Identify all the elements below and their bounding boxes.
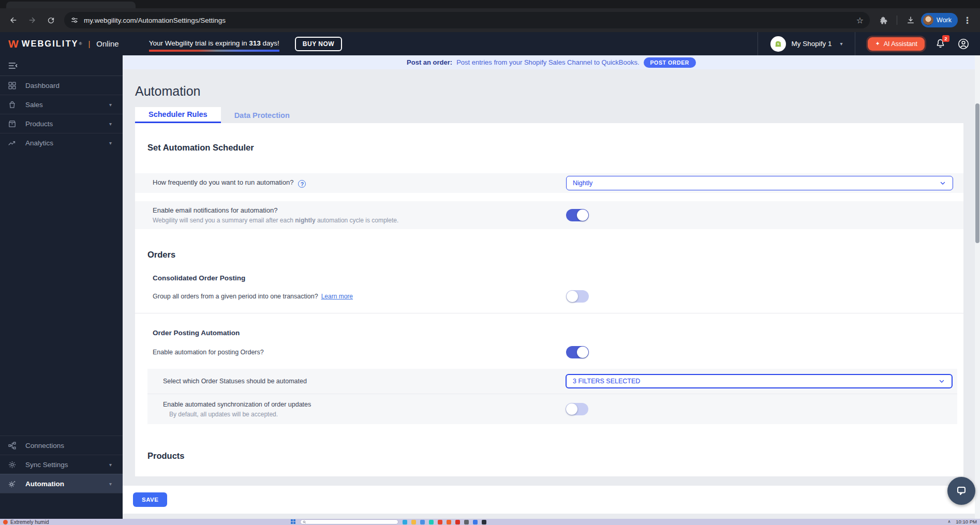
taskbar-app-icon[interactable]: [482, 520, 486, 524]
save-button[interactable]: SAVE: [133, 492, 167, 507]
sidebar-item-label: Dashboard: [25, 82, 60, 89]
sidebar-item-sales[interactable]: Sales ▾: [0, 95, 123, 114]
taskbar-app-icon[interactable]: [464, 520, 469, 524]
ai-assistant-button[interactable]: ✦ AI Assistant: [868, 37, 925, 51]
taskbar-clock[interactable]: 10:10 PM: [956, 519, 977, 524]
browser-toolbar: my.webgility.com/AutomationSettings/Sett…: [0, 8, 980, 32]
forward-button[interactable]: [24, 12, 40, 28]
order-sync-toggle[interactable]: [566, 403, 588, 415]
sidebar-spacer: [0, 152, 123, 436]
taskbar-app-icon[interactable]: [438, 520, 442, 524]
back-button[interactable]: [5, 12, 22, 28]
toolbar-divider: [897, 16, 897, 25]
tab-data-protection[interactable]: Data Protection: [221, 107, 303, 123]
sidebar-collapse-button[interactable]: [0, 55, 123, 76]
tray-expand-icon[interactable]: ∧: [947, 519, 951, 524]
profile-avatar: [923, 15, 933, 25]
taskbar-app-icon[interactable]: [447, 520, 451, 524]
tab-scheduler-rules[interactable]: Scheduler Rules: [135, 107, 221, 123]
dashboard-icon: [8, 81, 17, 90]
order-posting-row: Enable automation for posting Orders?: [135, 343, 963, 362]
taskbar-app-icon[interactable]: [473, 520, 478, 524]
buy-now-button[interactable]: BUY NOW: [295, 37, 342, 51]
site-info-icon[interactable]: [70, 16, 79, 24]
consolidated-posting-row: Group all orders from a given period int…: [135, 286, 963, 307]
taskbar-app-icon[interactable]: [420, 520, 425, 524]
bookmark-star-icon[interactable]: ☆: [856, 16, 864, 25]
notifications-button[interactable]: 2: [935, 38, 946, 49]
shopify-store-icon: S: [770, 36, 786, 52]
address-bar[interactable]: my.webgility.com/AutomationSettings/Sett…: [64, 12, 870, 28]
taskbar-app-icon[interactable]: [403, 520, 407, 524]
taskbar-search[interactable]: [300, 519, 398, 524]
frequency-select[interactable]: Nightly: [566, 176, 953, 190]
browser-profile-button[interactable]: Work: [921, 13, 958, 27]
section-heading-orders: Orders: [147, 250, 963, 260]
chat-launcher[interactable]: [947, 477, 975, 505]
reload-button[interactable]: [42, 12, 59, 28]
downloads-icon[interactable]: [902, 12, 919, 28]
chevron-down-icon: ▾: [109, 481, 115, 487]
sidebar-item-label: Sync Settings: [25, 461, 68, 469]
taskbar-app-icon[interactable]: [411, 520, 416, 524]
windows-start-icon[interactable]: [291, 519, 296, 524]
brand-mode: Online: [96, 39, 118, 48]
taskbar-app-icon[interactable]: [455, 520, 460, 524]
sparkle-icon: ✦: [875, 40, 880, 47]
scrollbar-thumb[interactable]: [975, 103, 979, 243]
banner-lead: Post an order:: [407, 58, 452, 66]
sidebar-item-dashboard[interactable]: Dashboard: [0, 76, 123, 95]
webgility-logo-icon: W: [8, 38, 19, 50]
url-text[interactable]: my.webgility.com/AutomationSettings/Sett…: [84, 17, 852, 24]
taskbar-app-icon[interactable]: [429, 520, 434, 524]
trial-days: 313: [249, 39, 261, 47]
sidebar-item-analytics[interactable]: Analytics ▾: [0, 133, 123, 152]
learn-more-link[interactable]: Learn more: [321, 293, 353, 300]
app-header: W WEBGILITY ® | Online Your Webgility tr…: [0, 32, 980, 55]
extensions-icon[interactable]: [875, 12, 892, 28]
post-order-button[interactable]: POST ORDER: [644, 57, 696, 68]
account-icon: [957, 38, 970, 50]
order-sync-label: Enable automated synchronization of orde…: [163, 401, 311, 408]
email-notifications-note: Webgility will send you a summary email …: [153, 217, 398, 224]
email-notifications-toggle[interactable]: [566, 209, 589, 221]
chat-bubble-icon: [955, 485, 968, 497]
trial-expiry-message: Your Webgility trial is expiring in 313 …: [149, 39, 279, 48]
consolidated-posting-label: Group all orders from a given period int…: [153, 293, 353, 300]
account-button[interactable]: [957, 38, 970, 50]
consolidated-posting-toggle[interactable]: [566, 290, 589, 303]
order-statuses-value: 3 FILTERS SELECTED: [573, 378, 938, 385]
products-box-icon: [8, 119, 17, 128]
help-icon[interactable]: ?: [298, 180, 306, 188]
browser-tab[interactable]: [6, 2, 136, 8]
taskbar-tray: ∧ 10:10 PM: [947, 519, 977, 524]
chevron-down-icon: ▾: [109, 121, 115, 127]
settings-panel: Set Automation Scheduler How frequently …: [135, 123, 963, 476]
sidebar-bottom: [0, 493, 123, 519]
taskbar-weather-widget[interactable]: Extremely humid: [0, 519, 49, 525]
sidebar-item-automation[interactable]: Automation ▾: [0, 474, 123, 493]
frequency-row: How frequently do you want to run automa…: [135, 173, 963, 193]
page-scrollbar[interactable]: [975, 55, 980, 519]
order-automation-subsettings: Select which Order Statuses should be au…: [147, 369, 957, 424]
store-selector[interactable]: S My Shopify 1 ▾: [758, 32, 855, 55]
order-sync-row: Enable automated synchronization of orde…: [147, 394, 957, 424]
header-tools: ✦ AI Assistant 2: [855, 32, 972, 55]
store-name: My Shopify 1: [791, 40, 831, 48]
chevron-down-icon: ▾: [109, 140, 115, 146]
sidebar-item-products[interactable]: Products ▾: [0, 114, 123, 133]
order-statuses-row: Select which Order Statuses should be au…: [147, 369, 957, 394]
browser-menu-icon[interactable]: ⋮: [960, 15, 975, 26]
sidebar-item-sync-settings[interactable]: Sync Settings ▾: [0, 455, 123, 474]
email-notifications-row: Enable email notifications for automatio…: [135, 201, 963, 229]
sidebar: Dashboard Sales ▾ Products ▾ Analytics ▾: [0, 55, 123, 519]
order-posting-label: Enable automation for posting Orders?: [153, 349, 264, 356]
sidebar-item-label: Sales: [25, 101, 43, 109]
order-statuses-select[interactable]: 3 FILTERS SELECTED: [566, 374, 953, 388]
select-chevron-icon: [938, 378, 945, 385]
email-notifications-label: Enable email notifications for automatio…: [153, 206, 398, 214]
connections-icon: [8, 441, 17, 450]
brand-registered-mark: ®: [79, 41, 82, 46]
sidebar-item-connections[interactable]: Connections: [0, 436, 123, 455]
order-posting-toggle[interactable]: [566, 346, 589, 358]
